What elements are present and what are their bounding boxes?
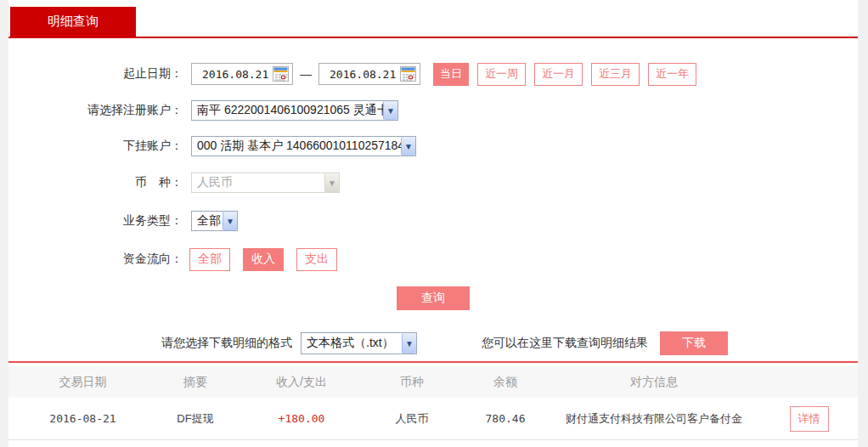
sub-account-row: 下挂账户： 000 活期 基本户 1406600101102571848 ▼ xyxy=(8,135,858,157)
fund-flow-income-button[interactable]: 收入 xyxy=(243,248,284,271)
business-type-select[interactable]: 全部 ▼ xyxy=(191,211,238,231)
calendar-icon[interactable] xyxy=(272,65,289,82)
currency-label: 币 种： xyxy=(8,175,183,190)
fund-flow-all-button[interactable]: 全部 xyxy=(189,248,230,271)
currency-value: 人民币 xyxy=(192,175,324,190)
business-type-label: 业务类型： xyxy=(8,213,183,229)
register-account-value: 南平 6222001406100921065 灵通卡 xyxy=(192,103,383,118)
quick-range-week-button[interactable]: 近一周 xyxy=(477,63,526,86)
chevron-down-icon: ▼ xyxy=(223,212,237,230)
currency-row: 币 种： 人民币 ▼ xyxy=(8,172,858,194)
quick-range-month-button[interactable]: 近一月 xyxy=(534,63,583,86)
cell-amount: +180.00 xyxy=(251,412,352,425)
query-button[interactable]: 查询 xyxy=(397,286,470,310)
download-format-select[interactable]: 文本格式（.txt） ▼ xyxy=(301,332,417,354)
sub-account-label: 下挂账户： xyxy=(8,139,183,154)
quick-range-3months-button[interactable]: 近三月 xyxy=(591,63,640,86)
start-date-field[interactable] xyxy=(192,65,272,83)
download-format-value: 文本格式（.txt） xyxy=(302,336,402,351)
fund-flow-label: 资金流向： xyxy=(8,252,183,267)
header-balance: 余额 xyxy=(471,375,539,390)
calendar-icon[interactable] xyxy=(399,65,416,82)
chevron-down-icon: ▼ xyxy=(401,137,415,156)
register-account-row: 请选择注册账户： 南平 6222001406100921065 灵通卡 ▼ xyxy=(8,99,858,122)
business-type-row: 业务类型： 全部 ▼ xyxy=(8,210,858,232)
chevron-down-icon: ▼ xyxy=(402,333,416,354)
download-hint-text: 您可以在这里下载查询明细结果 xyxy=(482,336,648,351)
currency-select: 人民币 ▼ xyxy=(191,173,340,193)
register-account-label: 请选择注册账户： xyxy=(8,103,183,118)
chevron-down-icon: ▼ xyxy=(324,173,339,192)
header-counterparty: 对方信息 xyxy=(539,375,769,390)
header-summary: 摘要 xyxy=(140,375,251,390)
tab-underline xyxy=(8,37,858,38)
tab-detail-query[interactable]: 明细查询 xyxy=(10,7,136,37)
date-separator: — xyxy=(300,67,312,81)
end-date-input[interactable] xyxy=(318,63,420,85)
business-type-value: 全部 xyxy=(192,213,223,229)
table-row: 2016-08-21 DF提现 +180.00 人民币 780.46 财付通支付… xyxy=(8,398,858,440)
date-range-label: 起止日期： xyxy=(8,66,183,82)
date-range-row: 起止日期： — xyxy=(8,61,858,87)
header-trade-date: 交易日期 xyxy=(25,375,140,390)
header-income-expense: 收入/支出 xyxy=(251,375,352,390)
cell-trade-date: 2016-08-21 xyxy=(25,412,140,425)
cell-counterparty: 财付通支付科技有限公司客户备付金 xyxy=(539,411,769,427)
cell-action: 详情 xyxy=(769,406,849,432)
fund-flow-expense-button[interactable]: 支出 xyxy=(296,248,337,271)
cell-currency: 人民币 xyxy=(352,411,471,427)
fund-flow-row: 资金流向： 全部 收入 支出 xyxy=(8,247,858,271)
download-row: 请您选择下载明细的格式 文本格式（.txt） ▼ 您可以在这里下载查询明细结果 … xyxy=(8,331,858,355)
cell-summary: DF提现 xyxy=(140,411,251,427)
table-top-line xyxy=(8,361,858,363)
end-date-field[interactable] xyxy=(319,65,399,83)
quick-range-year-button[interactable]: 近一年 xyxy=(648,63,696,86)
register-account-select[interactable]: 南平 6222001406100921065 灵通卡 ▼ xyxy=(191,100,398,121)
table-header-row: 交易日期 摘要 收入/支出 币种 余额 对方信息 xyxy=(8,366,858,398)
tab-label: 明细查询 xyxy=(48,14,99,30)
detail-button[interactable]: 详情 xyxy=(790,406,829,432)
header-currency: 币种 xyxy=(352,375,471,390)
content-panel: 明细查询 起止日期： xyxy=(8,0,858,447)
chevron-down-icon: ▼ xyxy=(383,101,397,120)
sub-account-value: 000 活期 基本户 1406600101102571848 xyxy=(192,139,401,154)
page: 明细查询 起止日期： xyxy=(0,0,868,447)
download-format-label: 请您选择下载明细的格式 xyxy=(161,336,292,351)
start-date-input[interactable] xyxy=(191,63,293,85)
quick-range-today-button[interactable]: 当日 xyxy=(433,63,469,86)
sub-account-select[interactable]: 000 活期 基本户 1406600101102571848 ▼ xyxy=(191,136,416,156)
download-button[interactable]: 下载 xyxy=(660,331,728,355)
cell-balance: 780.46 xyxy=(471,412,539,425)
